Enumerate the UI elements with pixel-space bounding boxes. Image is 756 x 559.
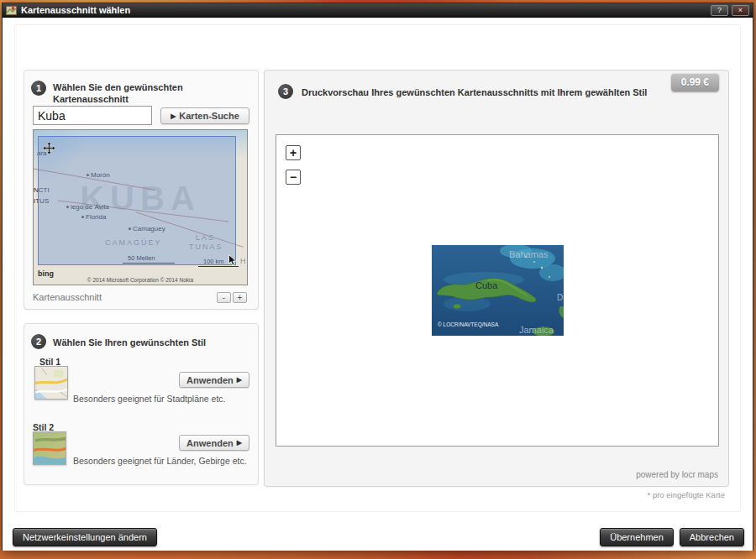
map-selection-rectangle[interactable] [38,136,236,265]
help-button[interactable]: ? [711,5,728,16]
cuba-preview-map: Bahamas Cuba D Jamaica © LOCR/NAVTEQ/NAS… [432,245,564,336]
map-search-input[interactable] [33,106,152,125]
style1-description: Besonders geeignet für Stadtpläne etc. [73,394,251,405]
preview-attribution: © LOCR/NAVTEQ/NASA [438,321,499,328]
network-settings-button[interactable]: Netzwerkeinstellungen ändern [13,528,157,546]
map-search-button[interactable]: ▶ Karten-Suche [160,107,249,124]
print-preview-area: + − [276,134,719,447]
map-zoom-out-button[interactable]: - [217,292,231,303]
powered-by-label: powered by locr maps [636,470,718,479]
map-label-h: H [240,258,246,265]
app-icon [6,5,17,16]
step3-title: Druckvorschau Ihres gewünschten Kartenau… [302,86,696,98]
titlebar[interactable]: Kartenausschnitt wählen ? × [3,3,753,18]
desktop-background: { "window": { "title": "Kartenausschnitt… [0,0,756,559]
map-attribution: © 2014 Microsoft Corporation © 2014 Noki… [34,278,247,284]
price-note: * pro eingefügte Karte [648,490,725,499]
map-footer-label: Kartenausschnitt [33,292,102,302]
step2-title: Wählen Sie Ihren gewünschten Stil [53,337,246,348]
preview-label-jamaica: Jamaica [519,325,554,335]
style1-apply-button[interactable]: Anwenden ▶ [179,372,249,388]
arrow-right-icon: ▶ [171,112,176,120]
step3-badge: 3 [278,84,293,99]
style2-description: Besonders geeignet für Länder, Gebirge e… [73,456,254,468]
style2-apply-button[interactable]: Anwenden ▶ [179,435,249,451]
style2-apply-label: Anwenden [186,438,234,448]
step1-badge: 1 [31,81,46,96]
move-cursor-icon [43,142,55,154]
map-scale-line [198,266,239,267]
arrow-right-icon: ▶ [237,376,242,384]
preview-zoom-in-button[interactable]: + [286,145,301,160]
style1-thumbnail[interactable] [34,366,68,400]
step2-panel: 2 Wählen Sie Ihren gewünschten Stil Stil… [24,323,259,485]
arrow-right-icon: ▶ [237,439,242,447]
step1-title: Wählen Sie den gewünschten Kartenausschn… [53,81,217,106]
map-zoom-in-button[interactable]: + [233,292,247,303]
map-selection-dialog: Kartenausschnitt wählen ? × 1 Wählen Sie… [2,3,753,551]
map-search-label: Karten-Suche [179,111,239,121]
preview-label-d: D [557,293,563,302]
price-badge: 0.99 € [671,73,719,91]
preview-label-cuba: Cuba [475,280,498,290]
map-preview[interactable]: KUBA ara Morón NCTI ITUS iego de Ávila F… [33,129,248,285]
footer-buttons: Übernehmen Abbrechen [600,528,744,546]
close-button[interactable]: × [732,5,749,16]
apply-button[interactable]: Übernehmen [600,528,674,546]
preview-zoom-out-button[interactable]: − [286,170,301,185]
preview-label-bahamas: Bahamas [509,249,549,259]
step3-panel: 3 Druckvorschau Ihres gewünschten Karten… [264,70,729,487]
window-title: Kartenausschnitt wählen [21,6,707,15]
style2-thumbnail[interactable] [33,431,66,465]
bing-logo: bing [38,269,54,278]
pointer-cursor-icon [228,254,239,266]
style1-apply-label: Anwenden [186,375,234,385]
dialog-content: 1 Wählen Sie den gewünschten Kartenaussc… [3,18,753,551]
step2-badge: 2 [31,334,46,349]
step1-panel: 1 Wählen Sie den gewünschten Kartenaussc… [24,70,259,310]
cancel-button[interactable]: Abbrechen [680,528,744,546]
